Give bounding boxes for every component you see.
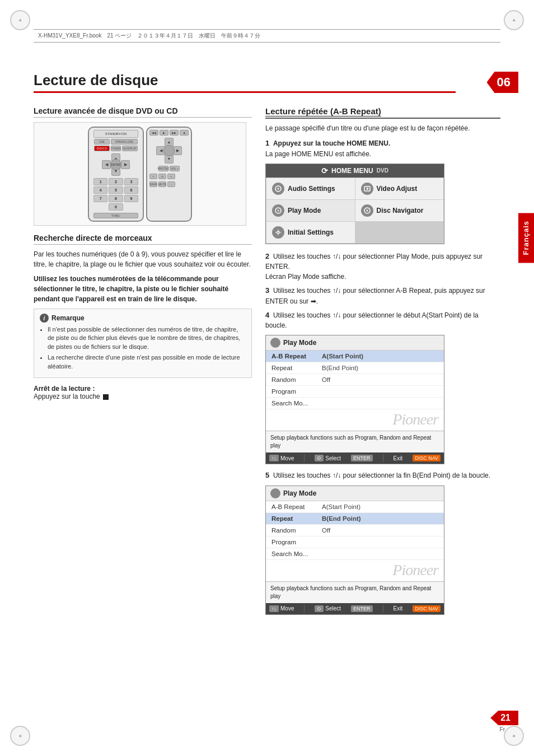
corner-decoration-br (504, 726, 524, 746)
arret-text: Appuyez sur la touche (34, 393, 100, 400)
pm-value-ab: A(Start Point) (316, 351, 444, 362)
step5-text: Utilisez les touches ↑/↓ pour sélectionn… (273, 472, 490, 479)
pm-value-search (316, 398, 444, 409)
pm-value-random: Off (316, 374, 444, 386)
pm2-footer-exit: Exit (394, 605, 403, 612)
hm-video-adjust[interactable]: Video Adjust (355, 178, 444, 199)
pm-label-search: Search Mo... (266, 398, 316, 409)
step3-num: 3 (265, 286, 269, 295)
note-item-2: La recherche directe d'une piste n'est p… (48, 353, 246, 371)
step1-num: 1 (265, 139, 269, 147)
step1-sub: La page HOME MENU est affichée. (265, 150, 371, 158)
remote-r-row2: PROTEC VOL + (158, 166, 180, 171)
step2-text: Utilisez les touches ↑/↓ pour sélectionn… (265, 253, 483, 271)
play-mode-footer-1: ↑↓ Move ⊙ Select ENTER Exit DISC NAV (266, 452, 444, 464)
remote-num-3: 3 (124, 178, 138, 185)
pm-value-program (316, 386, 444, 398)
recherche-heading: Recherche directe de morceaux (34, 234, 252, 245)
remote-r-mute: MUTE (158, 181, 166, 187)
remote-r-btn4: ■ (180, 130, 189, 136)
discnav-key: DISC NAV (413, 455, 441, 461)
step5: 5 Utilisez les touches ↑/↓ pour sélectio… (265, 470, 500, 481)
step3: 3 Utilisez les touches ↑/↓ pour sélectio… (265, 285, 500, 306)
remote-r-tmpo: + (149, 174, 157, 179)
remote-r-minus: - (167, 181, 175, 187)
pm2-label-search: Search Mo... (266, 548, 316, 559)
page-title: Lecture de disque (34, 72, 456, 93)
hm-initial-settings[interactable]: Initial Settings (266, 222, 355, 243)
play-mode-table-1: A-B Repeat A(Start Point) Repeat B(End P… (266, 351, 444, 409)
step1: 1 Appuyez sur la touche HOME MENU. La pa… (265, 138, 500, 159)
play-mode-box-2: Play Mode A-B Repeat A(Start Point) Repe… (265, 486, 444, 615)
home-menu-box: ⟳ HOME MENU DVD Audio Settings Video Adj… (265, 164, 444, 244)
main-title-bar: Lecture de disque (34, 72, 500, 93)
pm2-label-random: Random (266, 524, 316, 536)
select2-key: ⊙ (315, 605, 324, 612)
remote-r-volume: VOL + (170, 166, 180, 171)
arret-title: Arrêt de la lecture : (34, 385, 95, 393)
svg-point-5 (277, 231, 279, 234)
pm-value-repeat: B(End Point) (316, 362, 444, 374)
pm2-value-random: Off (316, 524, 444, 536)
step2-sub: Lécran Play Mode saffiche. (265, 273, 346, 281)
pm-label-repeat: Repeat (266, 362, 316, 374)
language-sidebar-label: Français (518, 213, 534, 263)
pm2-row-repeat: Repeat B(End Point) (266, 512, 444, 524)
remote-btn-aux: AUX/PLAY (122, 146, 138, 151)
note-icon: i (40, 314, 49, 323)
pm-icon-2 (270, 488, 280, 498)
pm-row-1-repeat: Repeat B(End Point) (266, 362, 444, 374)
right-column: Lecture répétée (A-B Repeat) Le passage … (265, 106, 500, 620)
right-section-heading: Lecture répétée (A-B Repeat) (265, 106, 500, 119)
step3-text: Utilisez les touches ↑/↓ pour sélectionn… (265, 287, 485, 305)
play-mode-footer-2: ↑↓ Move ⊙ Select ENTER Exit DISC NAV (266, 603, 444, 614)
remote-btn-use: USE (94, 139, 110, 144)
remote-num-8: 8 (109, 195, 123, 202)
pm-icon-1 (270, 338, 280, 348)
remote-numpad: 1 2 3 4 5 6 7 8 9 0 (93, 178, 138, 211)
disc-navigator-icon (361, 204, 373, 217)
pioneer-logo-2: Pioneer (266, 560, 444, 581)
move2-key: ↑↓ (269, 605, 279, 612)
remote-num-1: 1 (93, 178, 107, 185)
remote-num-4: 4 (93, 186, 107, 194)
pm-row-1-program: Program (266, 386, 444, 398)
step5-num: 5 (265, 471, 269, 479)
pm2-row-ab: A-B Repeat A(Start Point) (266, 501, 444, 513)
left-column: Lecture avancée de disque DVD ou CD STAN… (34, 106, 252, 620)
remote-btn-open: OPEN/CLOSE (111, 139, 138, 144)
pm2-value-search (316, 548, 444, 559)
note-box: i Remarque Il n'est pas possible de séle… (34, 309, 252, 378)
initial-settings-icon (272, 226, 284, 239)
pm-row-1-ab: A-B Repeat A(Start Point) (266, 351, 444, 362)
step1-text: Appuyez sur la touche HOME MENU. (273, 139, 390, 147)
pioneer-logo-1: Pioneer (266, 409, 444, 431)
play-mode-desc-2: Setup playback functions such as Program… (266, 581, 444, 603)
remote-num-6: 6 (124, 186, 138, 194)
play-mode-title-2: Play Mode (266, 486, 444, 501)
video-adjust-icon (361, 183, 373, 195)
pm-row-1-search: Search Mo... (266, 398, 444, 409)
remote-btn-tuner: TUNER (111, 146, 121, 151)
pm2-label-ab: A-B Repeat (266, 501, 316, 513)
audio-settings-icon (272, 183, 284, 195)
step4: 4 Utilisez les touches ↑/↓ pour sélectio… (265, 310, 500, 331)
hm-play-mode[interactable]: Play Mode (266, 200, 355, 221)
hm-audio-settings[interactable]: Audio Settings (266, 178, 355, 199)
note-item-1: Il n'est pas possible de sélectionner de… (48, 325, 246, 351)
left-section-heading: Lecture avancée de disque DVD ou CD (34, 106, 252, 118)
remote-r-save: SAVE (149, 181, 157, 187)
pm2-value-program (316, 536, 444, 548)
pm-footer-exit: Exit (394, 455, 403, 461)
intro-text: Le passage spécifié d'un titre ou d'une … (265, 123, 500, 133)
hm-disc-navigator[interactable]: Disc Navigator (355, 200, 444, 221)
pm2-row-search: Search Mo... (266, 548, 444, 559)
content-area: Lecture avancée de disque DVD ou CD STAN… (34, 106, 500, 620)
play-mode-icon (272, 204, 284, 217)
play-mode-desc-1: Setup playback functions such as Program… (266, 431, 444, 452)
pm-label-random: Random (266, 374, 316, 386)
pm2-label-repeat: Repeat (266, 512, 316, 524)
remote-screen: STANDBY/ON (93, 130, 138, 138)
remote-num-2: 2 (109, 178, 123, 185)
remote-dpad-right: ▶ (121, 160, 130, 169)
